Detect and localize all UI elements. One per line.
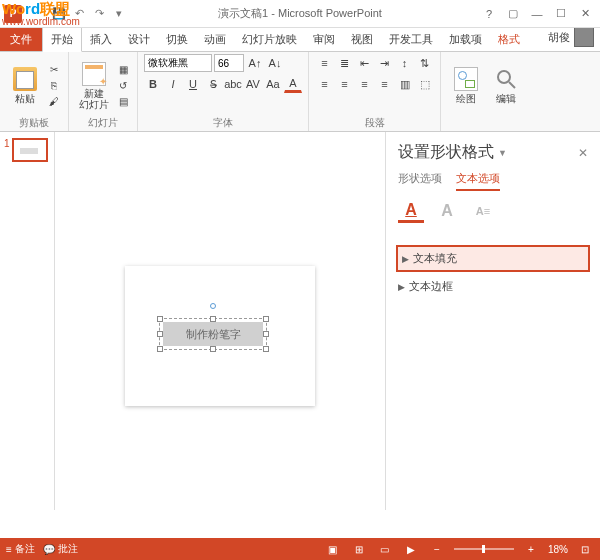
qat-dropdown-icon[interactable]: ▾ (112, 7, 126, 21)
zoom-out-button[interactable]: − (428, 542, 446, 556)
expand-icon: ▶ (398, 282, 405, 292)
tab-design[interactable]: 设计 (120, 28, 158, 51)
close-button[interactable]: ✕ (574, 6, 596, 22)
window-title: 演示文稿1 - Microsoft PowerPoint (218, 6, 382, 21)
slide[interactable]: 制作粉笔字 (125, 266, 315, 406)
pane-dropdown-icon[interactable]: ▼ (498, 148, 507, 158)
text-effects-icon[interactable]: A (434, 199, 460, 223)
layout-icon[interactable]: ▦ (115, 63, 131, 77)
paste-button[interactable]: 粘贴 (6, 67, 44, 104)
ribbon-options-icon[interactable]: ▢ (502, 6, 524, 22)
line-spacing-button[interactable]: ↕ (395, 54, 414, 72)
minimize-button[interactable]: ― (526, 6, 548, 22)
zoom-level[interactable]: 18% (548, 544, 568, 555)
tab-slideshow[interactable]: 幻灯片放映 (234, 28, 305, 51)
group-font: A↑ A↓ B I U S̶ abc AV Aa A 字体 (138, 52, 309, 131)
new-slide-icon (82, 62, 106, 86)
section-text-fill[interactable]: ▶ 文本填充 (396, 245, 590, 272)
format-shape-pane: 设置形状格式 ▼ ✕ 形状选项 文本选项 A A A≡ ▶ 文本填充 ▶ 文本边… (385, 132, 600, 510)
new-slide-button[interactable]: 新建 幻灯片 (75, 62, 113, 110)
notes-button[interactable]: ≡ 备注 (6, 542, 35, 556)
maximize-button[interactable]: ☐ (550, 6, 572, 22)
pane-tabs: 形状选项 文本选项 (398, 171, 588, 191)
bullets-button[interactable]: ≡ (315, 54, 334, 72)
italic-button[interactable]: I (164, 75, 182, 93)
align-center-button[interactable]: ≡ (335, 75, 354, 93)
sorter-view-button[interactable]: ⊞ (350, 542, 368, 556)
slide-canvas[interactable]: 制作粉笔字 (55, 132, 385, 510)
slideshow-view-button[interactable]: ▶ (402, 542, 420, 556)
paste-icon (13, 67, 37, 91)
help-icon[interactable]: ? (478, 6, 500, 22)
normal-view-button[interactable]: ▣ (324, 542, 342, 556)
svg-point-0 (498, 71, 510, 83)
columns-button[interactable]: ▥ (395, 75, 414, 93)
numbering-button[interactable]: ≣ (335, 54, 354, 72)
increase-font-icon[interactable]: A↑ (246, 54, 264, 72)
edit-area: 1 制作粉笔字 设置形状格式 ▼ ✕ 形状选项 文本选项 (0, 132, 600, 510)
tab-addins[interactable]: 加载项 (441, 28, 490, 51)
title-bar: Word联盟 www.wordlm.com P 💾 ↶ ↷ ▾ 演示文稿1 - … (0, 0, 600, 28)
slide-thumbnail[interactable] (12, 138, 48, 162)
tab-insert[interactable]: 插入 (82, 28, 120, 51)
drawing-button[interactable]: 绘图 (447, 67, 485, 104)
textbox-selected[interactable]: 制作粉笔字 (163, 322, 263, 346)
indent-dec-button[interactable]: ⇤ (355, 54, 374, 72)
textbox-icon[interactable]: A≡ (470, 199, 496, 223)
justify-button[interactable]: ≡ (375, 75, 394, 93)
comments-button[interactable]: 💬 批注 (43, 542, 78, 556)
tab-home[interactable]: 开始 (42, 27, 82, 52)
avatar-icon (574, 27, 594, 47)
watermark-url: www.wordlm.com (2, 16, 80, 27)
section-icon[interactable]: ▤ (115, 95, 131, 109)
group-slides: 新建 幻灯片 ▦ ↺ ▤ 幻灯片 (69, 52, 138, 131)
slide-number: 1 (4, 138, 10, 162)
status-bar: ≡ 备注 💬 批注 ▣ ⊞ ▭ ▶ − + 18% ⊡ (0, 538, 600, 560)
strike-button[interactable]: S̶ (204, 75, 222, 93)
copy-icon[interactable]: ⎘ (46, 79, 62, 93)
pane-tab-shape[interactable]: 形状选项 (398, 171, 442, 191)
text-fill-outline-icon[interactable]: A (398, 199, 424, 223)
tab-review[interactable]: 审阅 (305, 28, 343, 51)
decrease-font-icon[interactable]: A↓ (266, 54, 284, 72)
redo-icon[interactable]: ↷ (92, 7, 106, 21)
font-name-input[interactable] (144, 54, 212, 72)
align-left-button[interactable]: ≡ (315, 75, 334, 93)
smartart-button[interactable]: ⬚ (415, 75, 434, 93)
section-text-outline[interactable]: ▶ 文本边框 (398, 274, 588, 299)
font-size-input[interactable] (214, 54, 244, 72)
slide-thumbnail-panel: 1 (0, 132, 55, 510)
pane-close-button[interactable]: ✕ (578, 146, 588, 160)
tab-file[interactable]: 文件 (0, 28, 42, 51)
text-direction-button[interactable]: ⇅ (415, 54, 434, 72)
textbox-content[interactable]: 制作粉笔字 (163, 322, 263, 346)
shadow-button[interactable]: abc (224, 75, 242, 93)
pane-category-icons: A A A≡ (398, 199, 588, 231)
case-button[interactable]: Aa (264, 75, 282, 93)
spacing-button[interactable]: AV (244, 75, 262, 93)
ribbon: 粘贴 ✂ ⎘ 🖌 剪贴板 新建 幻灯片 ▦ ↺ ▤ 幻灯片 (0, 52, 600, 132)
tab-animations[interactable]: 动画 (196, 28, 234, 51)
zoom-slider[interactable] (454, 548, 514, 550)
bold-button[interactable]: B (144, 75, 162, 93)
underline-button[interactable]: U (184, 75, 202, 93)
align-right-button[interactable]: ≡ (355, 75, 374, 93)
reading-view-button[interactable]: ▭ (376, 542, 394, 556)
format-painter-icon[interactable]: 🖌 (46, 95, 62, 109)
pane-tab-text[interactable]: 文本选项 (456, 171, 500, 191)
tab-transitions[interactable]: 切换 (158, 28, 196, 51)
tab-developer[interactable]: 开发工具 (381, 28, 441, 51)
rotate-handle[interactable] (210, 303, 216, 309)
font-color-button[interactable]: A (284, 75, 302, 93)
tab-view[interactable]: 视图 (343, 28, 381, 51)
tab-format[interactable]: 格式 (490, 28, 528, 51)
expand-icon: ▶ (402, 254, 409, 264)
editing-button[interactable]: 编辑 (487, 67, 525, 104)
svg-line-1 (509, 82, 515, 88)
reset-icon[interactable]: ↺ (115, 79, 131, 93)
cut-icon[interactable]: ✂ (46, 63, 62, 77)
fit-window-button[interactable]: ⊡ (576, 542, 594, 556)
ribbon-tabs: 文件 开始 插入 设计 切换 动画 幻灯片放映 审阅 视图 开发工具 加载项 格… (0, 28, 600, 52)
indent-inc-button[interactable]: ⇥ (375, 54, 394, 72)
zoom-in-button[interactable]: + (522, 542, 540, 556)
